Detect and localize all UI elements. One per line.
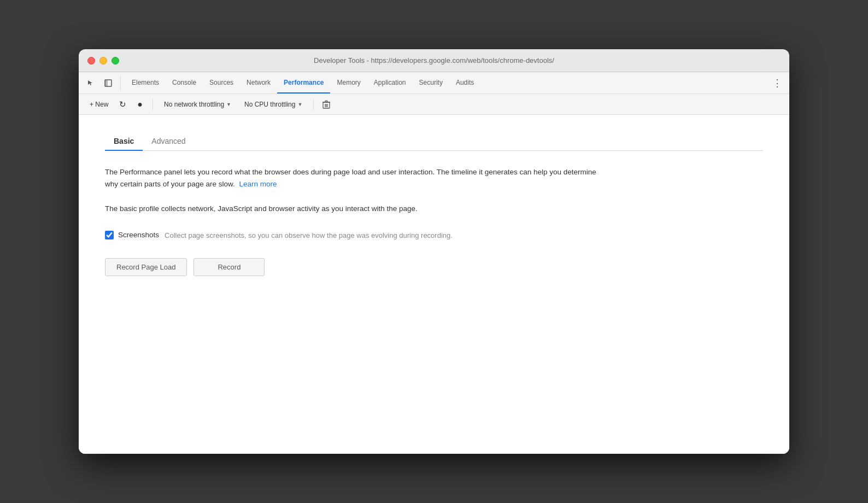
cpu-throttle-dropdown[interactable]: No CPU throttling ▼ — [239, 97, 308, 112]
tab-basic[interactable]: Basic — [105, 132, 143, 151]
tab-performance[interactable]: Performance — [277, 72, 330, 93]
reload-icon: ↻ — [119, 100, 126, 109]
chevron-down-icon: ▼ — [297, 102, 302, 107]
maximize-button[interactable] — [112, 57, 119, 65]
traffic-lights — [87, 57, 119, 65]
svg-rect-1 — [105, 80, 108, 86]
screenshots-label: Screenshots — [118, 231, 159, 239]
separator-2 — [313, 99, 314, 110]
main-content: Basic Advanced The Performance panel let… — [79, 115, 789, 454]
record-dot-icon: ● — [137, 100, 143, 109]
title-bar: Developer Tools - https://developers.goo… — [79, 49, 789, 72]
record-button-main[interactable]: Record — [193, 258, 265, 276]
basic-profile-text: The basic profile collects network, Java… — [105, 203, 597, 215]
tab-security[interactable]: Security — [413, 72, 449, 93]
more-tabs-button[interactable]: ⋮ — [770, 75, 785, 91]
tab-icons — [83, 75, 121, 91]
tabs-bar: Elements Console Sources Network Perform… — [79, 72, 789, 94]
screenshots-description: Collect page screenshots, so you can obs… — [165, 230, 453, 241]
screenshots-checkbox-wrapper: Screenshots — [105, 231, 159, 239]
buttons-row: Record Page Load Record — [105, 258, 597, 276]
tab-audits[interactable]: Audits — [449, 72, 480, 93]
content-section: The Performance panel lets you record wh… — [105, 166, 597, 276]
chevron-down-icon: ▼ — [226, 102, 231, 107]
action-bar: + New ↻ ● No network throttling ▼ No CPU… — [79, 94, 789, 115]
new-button[interactable]: + New — [85, 97, 113, 112]
tab-network[interactable]: Network — [240, 72, 277, 93]
tab-application[interactable]: Application — [367, 72, 413, 93]
tabs-list: Elements Console Sources Network Perform… — [125, 72, 770, 93]
screenshots-row: Screenshots Collect page screenshots, so… — [105, 230, 597, 241]
devtools-body: Elements Console Sources Network Perform… — [79, 72, 789, 454]
record-button[interactable]: ● — [133, 97, 147, 112]
devtools-window: Developer Tools - https://developers.goo… — [79, 49, 789, 454]
tab-console[interactable]: Console — [166, 72, 203, 93]
tab-memory[interactable]: Memory — [330, 72, 367, 93]
minimize-button[interactable] — [99, 57, 107, 65]
learn-more-link[interactable]: Learn more — [239, 180, 277, 188]
reload-button[interactable]: ↻ — [115, 97, 131, 112]
tab-sources[interactable]: Sources — [203, 72, 240, 93]
window-title: Developer Tools - https://developers.goo… — [314, 56, 554, 65]
cursor-icon[interactable] — [83, 75, 98, 91]
record-page-load-button[interactable]: Record Page Load — [105, 258, 187, 276]
separator-1 — [153, 99, 153, 110]
description-text: The Performance panel lets you record wh… — [105, 166, 597, 190]
close-button[interactable] — [87, 57, 95, 65]
tab-advanced[interactable]: Advanced — [143, 132, 194, 151]
dock-icon[interactable] — [101, 75, 116, 91]
inner-tabs: Basic Advanced — [105, 132, 763, 151]
screenshots-checkbox[interactable] — [105, 231, 114, 239]
clear-button[interactable] — [319, 97, 333, 112]
network-throttle-dropdown[interactable]: No network throttling ▼ — [159, 97, 237, 112]
tab-elements[interactable]: Elements — [125, 72, 166, 93]
